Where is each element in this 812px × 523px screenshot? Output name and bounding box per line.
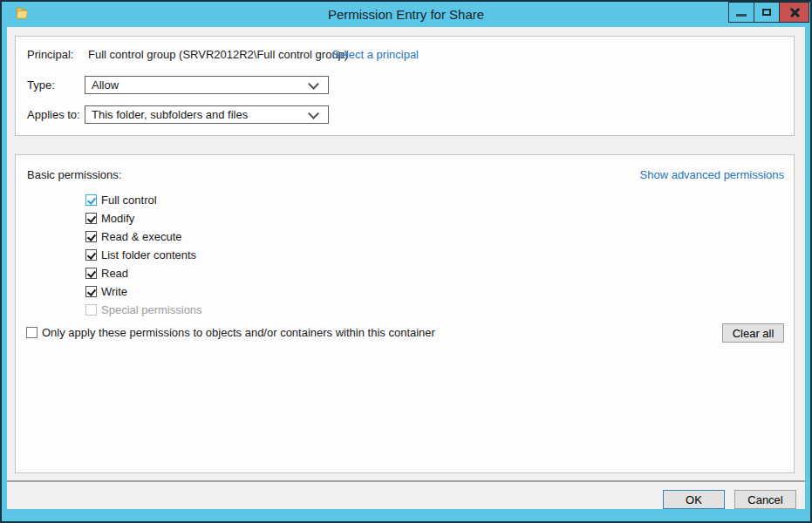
write-checkbox[interactable] xyxy=(85,286,97,297)
write-label: Write xyxy=(101,285,127,298)
ok-button[interactable]: OK xyxy=(663,490,725,509)
titlebar[interactable]: Permission Entry for Share xyxy=(2,2,810,27)
only-apply-label: Only apply these permissions to objects … xyxy=(42,326,435,339)
window-title: Permission Entry for Share xyxy=(2,2,810,27)
dialog-content: Principal: Full control group (SRVR2012R… xyxy=(7,27,805,509)
dialog-window: Permission Entry for Share Principal: Fu… xyxy=(0,0,812,523)
type-dropdown[interactable]: Allow xyxy=(85,76,329,94)
modify-checkbox[interactable] xyxy=(85,213,97,224)
close-button[interactable] xyxy=(779,2,809,23)
principal-label: Principal: xyxy=(27,48,73,61)
footer-separator xyxy=(7,480,805,482)
minimize-button[interactable] xyxy=(728,2,754,23)
applies-to-label: Applies to: xyxy=(27,108,80,121)
list-folder-contents-label: List folder contents xyxy=(101,248,196,262)
clear-all-button[interactable]: Clear all xyxy=(722,323,784,343)
read-checkbox[interactable] xyxy=(85,268,97,279)
only-apply-checkbox[interactable] xyxy=(26,327,38,338)
show-advanced-permissions-link[interactable]: Show advanced permissions xyxy=(640,168,784,181)
cancel-button[interactable]: Cancel xyxy=(734,490,796,509)
type-label: Type: xyxy=(27,78,55,92)
full-control-label: Full control xyxy=(101,194,157,207)
special-permissions-label: Special permissions xyxy=(101,303,202,316)
permissions-section: Basic permissions: Show advanced permiss… xyxy=(15,154,795,473)
type-dropdown-value: Allow xyxy=(92,78,119,92)
applies-to-dropdown[interactable]: This folder, subfolders and files xyxy=(85,105,329,124)
full-control-checkbox[interactable] xyxy=(85,194,97,206)
read-execute-checkbox[interactable] xyxy=(85,231,97,242)
maximize-icon xyxy=(762,9,771,16)
basic-permissions-label: Basic permissions: xyxy=(27,168,121,181)
list-folder-contents-checkbox[interactable] xyxy=(85,249,97,261)
principal-section: Principal: Full control group (SRVR2012R… xyxy=(15,36,795,136)
special-permissions-checkbox xyxy=(85,304,97,316)
maximize-button[interactable] xyxy=(754,2,780,23)
principal-value: Full control group (SRVR2012R2\Full cont… xyxy=(88,48,348,61)
select-principal-link[interactable]: Select a principal xyxy=(332,48,419,61)
read-label: Read xyxy=(101,267,128,280)
modify-label: Modify xyxy=(101,212,134,225)
applies-to-dropdown-value: This folder, subfolders and files xyxy=(92,108,248,121)
read-execute-label: Read & execute xyxy=(101,230,182,243)
close-icon xyxy=(789,7,801,18)
minimize-icon xyxy=(736,14,747,17)
